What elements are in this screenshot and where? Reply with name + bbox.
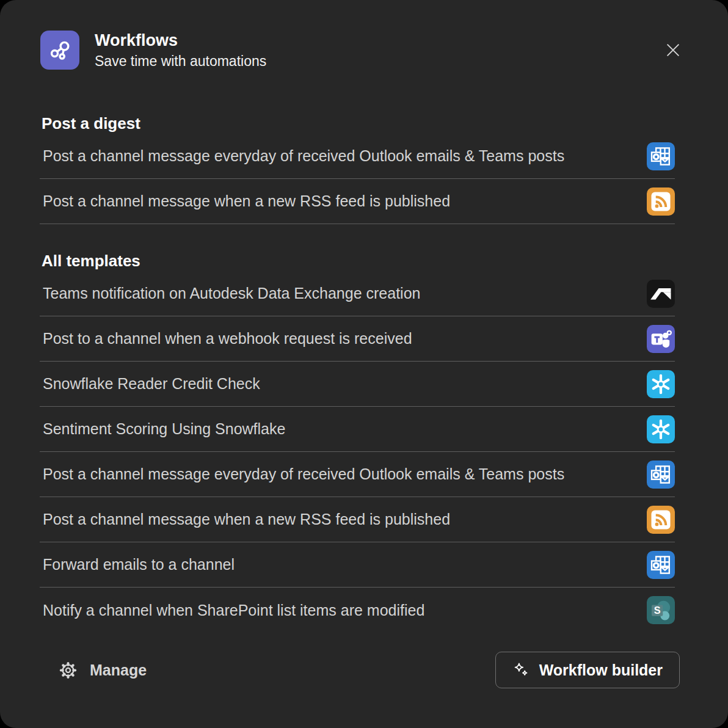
template-row[interactable]: Post a channel message everyday of recei… <box>40 452 675 497</box>
template-row[interactable]: Post to a channel when a webhook request… <box>40 316 675 362</box>
sharepoint-icon <box>647 596 675 624</box>
workflows-app-icon <box>40 31 79 70</box>
section-all-templates: All templates Teams notification on Auto… <box>40 250 675 633</box>
header-titles: Workflows Save time with automations <box>95 31 647 70</box>
snowflake-icon <box>647 370 675 398</box>
gear-icon <box>58 660 78 680</box>
workflow-builder-label: Workflow builder <box>539 661 663 679</box>
template-row[interactable]: Sentiment Scoring Using Snowflake <box>40 407 675 452</box>
dialog-title: Workflows <box>95 31 647 50</box>
outlook-icon <box>647 551 675 579</box>
outlook-icon <box>647 460 675 489</box>
template-label: Snowflake Reader Credit Check <box>43 375 260 393</box>
template-row[interactable]: Post a channel message when a new RSS fe… <box>40 497 675 542</box>
template-row[interactable]: Snowflake Reader Credit Check <box>40 362 675 407</box>
outlook-icon <box>647 142 675 170</box>
template-row[interactable]: Teams notification on Autodesk Data Exch… <box>40 271 675 316</box>
template-row[interactable]: Notify a channel when SharePoint list it… <box>40 588 675 633</box>
manage-button[interactable]: Manage <box>58 660 147 680</box>
close-icon <box>664 41 682 59</box>
template-label: Post a channel message everyday of recei… <box>43 147 564 165</box>
template-row[interactable]: Post a channel message everyday of recei… <box>40 134 675 179</box>
section-post-a-digest: Post a digest Post a channel message eve… <box>40 113 675 224</box>
template-label: Post a channel message everyday of recei… <box>43 465 564 483</box>
section-heading: Post a digest <box>40 113 675 134</box>
template-row[interactable]: Post a channel message when a new RSS fe… <box>40 179 675 224</box>
workflows-dialog: Workflows Save time with automations Pos… <box>0 0 728 728</box>
template-label: Notify a channel when SharePoint list it… <box>43 602 424 619</box>
template-row[interactable]: Forward emails to a channel <box>40 542 675 588</box>
dialog-header: Workflows Save time with automations <box>0 0 728 70</box>
section-heading: All templates <box>40 250 675 271</box>
dialog-subtitle: Save time with automations <box>95 53 647 70</box>
workflow-icon <box>46 36 74 64</box>
template-label: Post to a channel when a webhook request… <box>43 330 412 348</box>
template-label: Forward emails to a channel <box>43 556 235 573</box>
dialog-footer: Manage Workflow builder <box>40 652 680 688</box>
snowflake-icon <box>647 415 675 443</box>
workflow-builder-button[interactable]: Workflow builder <box>495 652 680 688</box>
template-label: Sentiment Scoring Using Snowflake <box>43 420 285 438</box>
template-label: Teams notification on Autodesk Data Exch… <box>43 285 420 302</box>
rss-icon <box>647 506 675 534</box>
rss-icon <box>647 187 675 216</box>
close-button[interactable] <box>662 39 684 61</box>
autodesk-icon <box>647 280 675 308</box>
sparkles-icon <box>512 661 530 679</box>
template-label: Post a channel message when a new RSS fe… <box>43 192 450 210</box>
teams-icon <box>647 325 675 353</box>
template-label: Post a channel message when a new RSS fe… <box>43 511 450 528</box>
manage-label: Manage <box>90 661 147 679</box>
